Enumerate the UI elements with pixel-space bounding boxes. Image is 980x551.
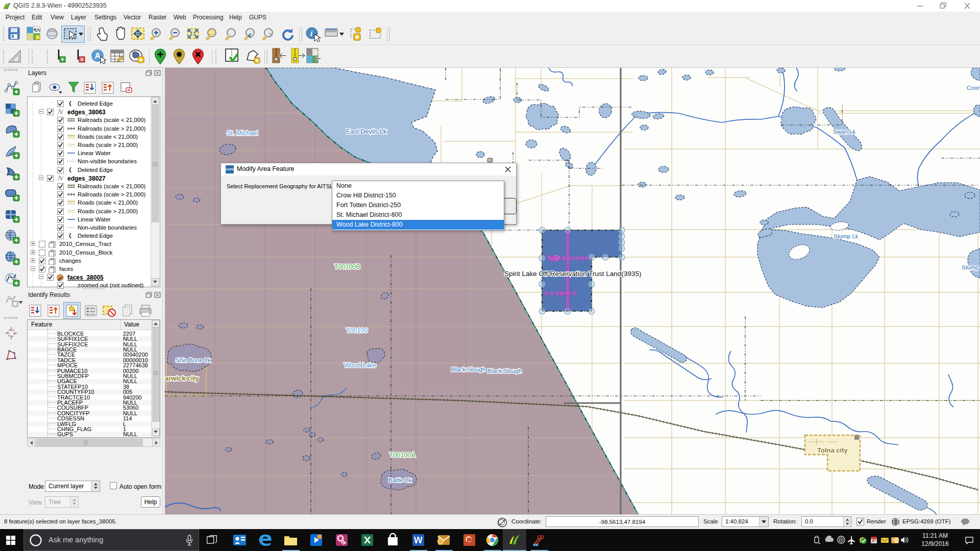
- svg-text:1N: 1N: [313, 50, 318, 55]
- svg-text:Spirit Lake Off-Reservation Tr: Spirit Lake Off-Reservation Trust Land(3…: [504, 270, 641, 278]
- svg-text:Black Slough: Black Slough: [487, 368, 522, 374]
- svg-text:Wood Lake: Wood Lake: [344, 362, 376, 369]
- svg-text:T00100A: T00100A: [389, 452, 415, 459]
- svg-text:A: A: [95, 52, 101, 60]
- svg-text:Stump Lk: Stump Lk: [834, 233, 859, 239]
- svg-text:T00100: T00100: [346, 327, 368, 334]
- svg-text:T00100B: T00100B: [334, 263, 360, 270]
- svg-text:Battle Lk: Battle Lk: [388, 477, 411, 483]
- svg-text:Coon: Coon: [967, 85, 980, 91]
- svg-text:Stump Lk: Stump Lk: [962, 264, 980, 270]
- svg-text:St. Michael: St. Michael: [227, 130, 258, 137]
- svg-text:East Devils Lk: East Devils Lk: [346, 128, 387, 135]
- svg-text:Shin Bone Lk: Shin Bone Lk: [176, 357, 211, 363]
- svg-text:arwick city: arwick city: [165, 374, 199, 382]
- svg-text:Black Slough: Black Slough: [451, 366, 485, 372]
- svg-text:Swan Lk: Swan Lk: [833, 129, 855, 135]
- svg-text:Tolna city: Tolna city: [817, 446, 848, 454]
